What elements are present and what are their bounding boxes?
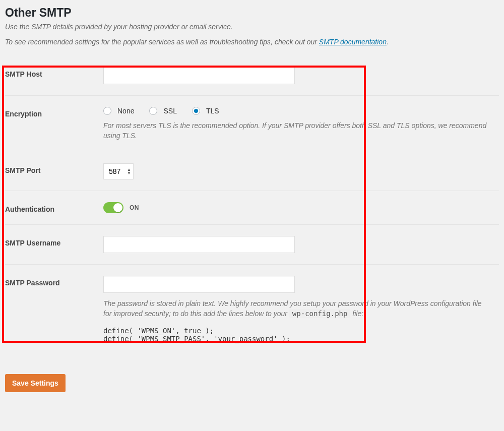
- label-smtp-username: SMTP Username: [5, 236, 103, 247]
- authentication-toggle-label: ON: [130, 204, 139, 211]
- smtp-password-input[interactable]: [103, 276, 295, 293]
- smtp-port-input[interactable]: [108, 167, 126, 176]
- radio-icon: [192, 107, 200, 115]
- radio-label-ssl: SSL: [163, 107, 176, 115]
- label-smtp-host: SMTP Host: [5, 67, 103, 78]
- smtp-docs-link[interactable]: SMTP documentation: [319, 38, 387, 46]
- label-smtp-port: SMTP Port: [5, 163, 103, 174]
- save-settings-button[interactable]: Save Settings: [5, 374, 66, 392]
- label-smtp-password: SMTP Password: [5, 276, 103, 287]
- encryption-radio-ssl[interactable]: SSL: [149, 107, 176, 115]
- intro-line-2: To see recommended settings for the popu…: [5, 38, 499, 46]
- password-desc-code: wp-config.php: [289, 309, 351, 318]
- row-encryption: Encryption None SSL TLS Fo: [5, 96, 499, 152]
- row-smtp-port: SMTP Port ▲ ▼: [5, 152, 499, 191]
- intro-line-1: Use the SMTP details provided by your ho…: [5, 23, 499, 31]
- password-desc-suffix: file:: [350, 310, 363, 318]
- chevron-down-icon[interactable]: ▼: [127, 171, 131, 175]
- smtp-username-input[interactable]: [103, 236, 295, 253]
- radio-label-none: None: [117, 107, 134, 115]
- smtp-form: SMTP Host Encryption None SSL: [5, 53, 499, 392]
- section-title: Other SMTP: [5, 6, 499, 20]
- password-code-block: define( 'WPMS_ON', true ); define( 'WPMS…: [103, 327, 499, 343]
- radio-icon: [103, 107, 111, 115]
- row-smtp-password: SMTP Password The password is stored in …: [5, 265, 499, 354]
- row-smtp-host: SMTP Host: [5, 53, 499, 96]
- row-smtp-username: SMTP Username: [5, 225, 499, 265]
- password-desc: The password is stored in plain text. We…: [103, 299, 491, 319]
- encryption-desc: For most servers TLS is the recommended …: [103, 121, 491, 141]
- label-authentication: Authentication: [5, 202, 103, 213]
- radio-label-tls: TLS: [206, 107, 219, 115]
- smtp-host-input[interactable]: [103, 67, 295, 84]
- encryption-radio-none[interactable]: None: [103, 107, 134, 115]
- row-authentication: Authentication ON: [5, 191, 499, 225]
- intro-prefix: To see recommended settings for the popu…: [5, 38, 319, 46]
- radio-icon: [149, 107, 157, 115]
- label-encryption: Encryption: [5, 107, 103, 118]
- intro-suffix: .: [387, 38, 389, 46]
- encryption-radio-tls[interactable]: TLS: [192, 107, 219, 115]
- authentication-toggle[interactable]: [103, 202, 123, 213]
- smtp-port-stepper[interactable]: ▲ ▼: [103, 163, 134, 179]
- toggle-knob-icon: [113, 203, 122, 212]
